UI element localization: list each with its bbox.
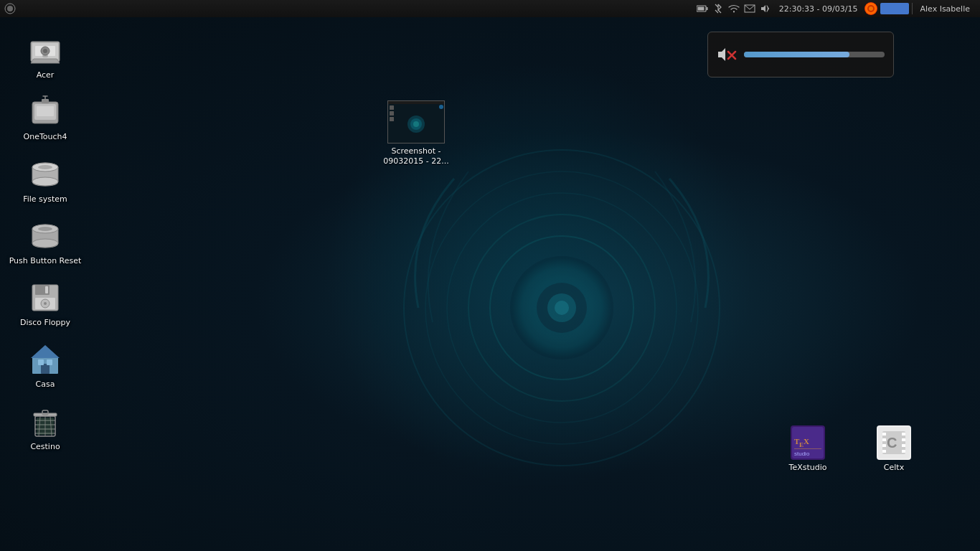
- icon-celtx[interactable]: C Celtx: [865, 425, 923, 472]
- discofloppy-label: Disco Floppy: [20, 318, 70, 328]
- icon-acer[interactable]: Acer: [6, 27, 85, 86]
- volume-slider-track[interactable]: [744, 52, 885, 57]
- svg-rect-82: [882, 444, 886, 447]
- icon-onetouch4[interactable]: OneTouch4: [6, 89, 85, 148]
- svg-rect-41: [45, 286, 48, 293]
- svg-rect-86: [902, 444, 905, 447]
- filesystem-label: File system: [23, 194, 67, 204]
- svg-rect-81: [882, 438, 886, 441]
- discofloppy-icon-img: [28, 281, 62, 315]
- volume-slider-fill: [744, 52, 849, 57]
- filesystem-icon-img: [28, 157, 62, 192]
- taskbar-left: [0, 1, 17, 16]
- onetouch4-label: OneTouch4: [24, 132, 67, 142]
- texstudio-icon-img: T E X studio: [791, 425, 825, 460]
- casa-icon-img: [28, 342, 62, 377]
- svg-rect-69: [390, 117, 394, 121]
- taskbar-logo[interactable]: [3, 1, 17, 16]
- celtx-icon-img: C: [877, 425, 911, 460]
- svg-rect-85: [902, 438, 905, 441]
- wifi-icon: [727, 2, 740, 15]
- taskbar-user[interactable]: Alex Isabelle: [915, 4, 974, 14]
- speaker-visual: [382, 114, 741, 473]
- cestino-label: Cestino: [30, 442, 60, 452]
- pushbuttonreset-label: Push Button Reset: [9, 256, 82, 266]
- svg-rect-87: [902, 450, 905, 453]
- svg-text:studio: studio: [794, 451, 810, 457]
- taskbar-separator: [912, 3, 913, 14]
- svg-rect-67: [390, 105, 394, 110]
- bluetooth-icon: [712, 2, 725, 15]
- icon-casa[interactable]: Casa: [6, 336, 85, 395]
- texstudio-label: TeXstudio: [789, 463, 827, 472]
- firefox-icon[interactable]: [864, 2, 877, 15]
- volume-mute-icon[interactable]: [717, 44, 737, 65]
- svg-point-32: [32, 177, 58, 186]
- svg-rect-15: [706, 7, 707, 10]
- acer-icon-img: [28, 33, 62, 67]
- svg-rect-80: [882, 433, 886, 435]
- mail-icon: [743, 2, 756, 15]
- casa-label: Casa: [36, 380, 55, 390]
- svg-point-13: [7, 6, 13, 11]
- svg-text:X: X: [804, 437, 809, 446]
- icon-pushbuttonreset[interactable]: Push Button Reset: [6, 213, 85, 272]
- desktop-icons: Acer OneTouch4 F: [0, 26, 100, 459]
- svg-rect-29: [37, 106, 54, 116]
- battery-icon: [696, 2, 709, 15]
- svg-rect-48: [38, 359, 44, 365]
- taskbar-datetime: 22:30:33 - 09/03/15: [775, 4, 862, 14]
- svg-point-63: [439, 105, 443, 109]
- svg-rect-68: [390, 111, 394, 116]
- svg-point-10: [555, 301, 569, 315]
- svg-point-26: [43, 49, 47, 53]
- svg-rect-75: [794, 448, 821, 449]
- icon-discofloppy[interactable]: Disco Floppy: [6, 275, 85, 334]
- svg-text:C: C: [887, 435, 897, 451]
- cestino-icon-img: [28, 405, 62, 439]
- svg-point-38: [38, 227, 52, 231]
- taskbar: 22:30:33 - 09/03/15 Alex Isabelle: [0, 0, 980, 17]
- pushbuttonreset-icon-img: [28, 219, 62, 253]
- svg-point-44: [44, 302, 47, 305]
- icon-texstudio[interactable]: T E X studio TeXstudio: [779, 425, 837, 472]
- icon-cestino[interactable]: Cestino: [6, 399, 85, 458]
- volume-taskbar-icon[interactable]: [759, 2, 772, 15]
- svg-marker-46: [31, 345, 60, 358]
- svg-rect-49: [47, 359, 52, 365]
- svg-rect-62: [388, 101, 444, 104]
- icon-filesystem[interactable]: File system: [6, 151, 85, 210]
- onetouch4-icon-img: [28, 95, 62, 129]
- svg-rect-83: [882, 450, 886, 453]
- svg-rect-47: [41, 364, 50, 374]
- svg-rect-84: [902, 433, 905, 435]
- svg-point-20: [869, 6, 873, 11]
- svg-point-36: [32, 239, 58, 248]
- svg-point-34: [38, 165, 52, 169]
- active-window-bar[interactable]: [880, 3, 909, 14]
- celtx-label: Celtx: [884, 463, 904, 472]
- svg-point-66: [413, 121, 419, 127]
- svg-rect-16: [697, 7, 704, 11]
- screenshot-thumbnail: [387, 100, 445, 143]
- svg-rect-30: [42, 99, 49, 103]
- volume-popup: [707, 32, 894, 77]
- screenshot-label: Screenshot -09032015 - 22...: [383, 146, 448, 167]
- screenshot-file[interactable]: Screenshot -09032015 - 22...: [380, 100, 452, 167]
- bottom-right-icons: T E X studio TeXstudio: [779, 425, 923, 472]
- acer-label: Acer: [37, 70, 55, 80]
- taskbar-right: 22:30:33 - 09/03/15 Alex Isabelle: [696, 2, 980, 15]
